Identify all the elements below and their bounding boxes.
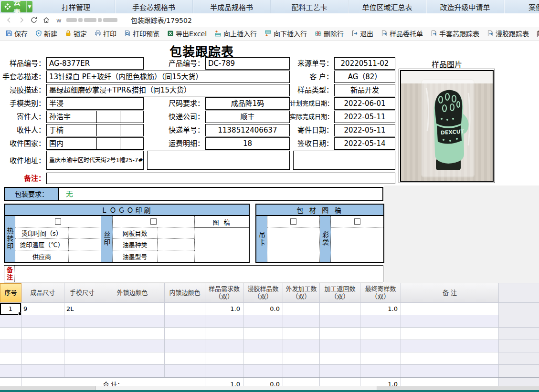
grid-cell-remark[interactable] bbox=[401, 340, 499, 352]
grid-cell-final[interactable] bbox=[360, 328, 401, 340]
toolbar-button-11[interactable]: 样品委托单 bbox=[377, 28, 427, 39]
grid-cell-returned[interactable] bbox=[320, 365, 360, 377]
toolbar-button-3[interactable]: 锁定 bbox=[61, 28, 91, 39]
heat-row3-value[interactable] bbox=[69, 250, 101, 262]
source-no-field[interactable]: 20220511-02 bbox=[334, 57, 395, 70]
grid-cell-demand[interactable] bbox=[205, 328, 243, 340]
toolbar-button-10[interactable]: 退出 bbox=[348, 28, 377, 39]
grid-cell-seq[interactable] bbox=[0, 315, 21, 327]
address-field[interactable]: 重庆市渝中区时代天街2号1幢25-7# bbox=[46, 151, 144, 170]
grid-cell-inner_color[interactable] bbox=[165, 340, 205, 352]
grid-cell-seq[interactable] bbox=[0, 352, 21, 364]
country-field[interactable]: 国内 bbox=[46, 137, 97, 150]
grid-cell-finished_size[interactable] bbox=[21, 365, 64, 377]
grid-cell-final[interactable] bbox=[360, 340, 401, 352]
grid-cell-mold_size[interactable]: 2L bbox=[64, 303, 100, 315]
refresh-icon[interactable] bbox=[28, 15, 40, 25]
document-tab[interactable]: 包装跟踪表/179502 bbox=[131, 15, 192, 25]
menu-tab-5[interactable]: 单位区域汇总表 bbox=[349, 0, 426, 13]
color-bag-draft-area[interactable] bbox=[331, 227, 383, 262]
sender-field-2[interactable] bbox=[96, 111, 120, 123]
grid-cell-outsourced[interactable] bbox=[283, 315, 320, 327]
grid-cell-seq[interactable] bbox=[0, 340, 21, 352]
toolbar-button-7[interactable]: 向上插入行 bbox=[211, 28, 261, 39]
sender-field-3[interactable] bbox=[120, 111, 144, 123]
back-icon[interactable] bbox=[3, 15, 15, 25]
grid-cell-mold_size[interactable] bbox=[64, 328, 100, 340]
scrollbar-thumb[interactable] bbox=[95, 386, 377, 390]
grid-cell-outsourced[interactable] bbox=[283, 328, 320, 340]
toolbar-button-13[interactable]: 浸胶跟踪表 bbox=[483, 28, 533, 39]
send-date-field[interactable]: 2022-05-11 bbox=[334, 124, 395, 136]
sample-no-field[interactable]: AG-8377ER bbox=[46, 57, 144, 70]
grid-cell-outsourced[interactable] bbox=[283, 352, 320, 364]
grid-cell-demand[interactable] bbox=[205, 315, 243, 327]
color-bag-checkbox[interactable] bbox=[354, 218, 360, 225]
menu-tab-1[interactable]: 打样管理 bbox=[37, 0, 115, 13]
grid-cell-remark[interactable] bbox=[401, 315, 499, 327]
forward-icon[interactable] bbox=[15, 15, 28, 25]
grid-cell-demand[interactable] bbox=[205, 365, 243, 377]
draft-area[interactable] bbox=[195, 228, 249, 262]
menu-tab-2[interactable]: 手套芯规格书 bbox=[115, 0, 193, 13]
toolbar-button-4[interactable]: 打印 bbox=[91, 28, 120, 39]
grid-cell-dipped[interactable] bbox=[243, 365, 283, 377]
grid-cell-inner_color[interactable] bbox=[165, 315, 205, 327]
toolbar-button-8[interactable]: 向下插入行 bbox=[261, 28, 311, 39]
grid-cell-remark[interactable] bbox=[401, 352, 499, 364]
heat-row2-value[interactable] bbox=[69, 239, 101, 250]
toolbar-button-9[interactable]: 删除行 bbox=[311, 28, 348, 39]
customer-field[interactable]: AG（82） bbox=[334, 71, 395, 83]
toolbar-button-2[interactable]: 新建 bbox=[32, 28, 61, 39]
grid-cell-demand[interactable] bbox=[205, 352, 243, 364]
menu-tab-3[interactable]: 半成品规格书 bbox=[193, 0, 271, 13]
grid-cell-final[interactable]: 1.0 bbox=[360, 303, 401, 315]
grid-cell-final[interactable] bbox=[360, 315, 401, 327]
grid-cell-outer_color[interactable] bbox=[100, 352, 165, 364]
grid-cell-returned[interactable] bbox=[320, 352, 360, 364]
receiver-field[interactable]: 于楠 bbox=[46, 124, 97, 136]
toolbar-button-5[interactable]: 打印预览 bbox=[120, 28, 163, 39]
grid-cell-finished_size[interactable] bbox=[21, 340, 64, 352]
grid-cell-demand[interactable] bbox=[205, 340, 243, 352]
dip-desc-field[interactable]: 墨绿超细磨砂掌浸+TPR&搭扣（同15大货） bbox=[46, 84, 290, 96]
product-no-field[interactable]: DC-789 bbox=[205, 57, 290, 70]
grid-cell-returned[interactable] bbox=[320, 303, 360, 315]
grid-cell-outsourced[interactable] bbox=[283, 340, 320, 352]
country-field-2[interactable] bbox=[96, 137, 120, 150]
freight-field[interactable]: 18 bbox=[205, 137, 290, 150]
grid-cell-remark[interactable] bbox=[401, 365, 499, 377]
notes-area[interactable] bbox=[15, 266, 383, 282]
size-req-field[interactable]: 成品降1码 bbox=[205, 97, 290, 110]
sender-field[interactable]: 孙浩宇 bbox=[46, 111, 97, 123]
app-logo-button[interactable]: 云表 ▼ bbox=[1, 1, 32, 12]
grid-cell-dipped[interactable]: 0.0 bbox=[243, 303, 283, 315]
receiver-field-2[interactable] bbox=[96, 124, 120, 136]
home-icon[interactable] bbox=[40, 15, 53, 25]
toolbar-button-14[interactable]: 邮寄信息 bbox=[533, 28, 539, 39]
grid-cell-returned[interactable] bbox=[320, 315, 360, 327]
menu-tab-7[interactable]: 案例分析 bbox=[504, 0, 539, 13]
grid-cell-mold_size[interactable] bbox=[64, 315, 100, 327]
address-field-2[interactable] bbox=[147, 151, 290, 170]
toolbar-button-12[interactable]: 手套芯跟踪表 bbox=[427, 28, 483, 39]
courier-field[interactable]: 顺丰 bbox=[205, 111, 290, 123]
silk-row3-value[interactable] bbox=[158, 250, 195, 262]
sign-date-field[interactable]: 2022-05-14 bbox=[334, 137, 395, 150]
grid-cell-outsourced[interactable] bbox=[283, 303, 320, 315]
grid-cell-finished_size[interactable] bbox=[21, 315, 64, 327]
grid-cell-finished_size[interactable] bbox=[21, 352, 64, 364]
grid-cell-inner_color[interactable] bbox=[165, 328, 205, 340]
grid-cell-returned[interactable] bbox=[320, 340, 360, 352]
grid-cell-outer_color[interactable] bbox=[100, 315, 165, 327]
grid-cell-outer_color[interactable] bbox=[100, 340, 165, 352]
grid-cell-final[interactable] bbox=[360, 365, 401, 377]
logo-dropdown-caret-icon[interactable]: ▼ bbox=[26, 1, 32, 12]
silk-print-checkbox[interactable] bbox=[150, 218, 157, 225]
form-remark-field[interactable] bbox=[46, 173, 395, 184]
receiver-field-3[interactable] bbox=[120, 124, 144, 136]
grid-cell-mold_size[interactable] bbox=[64, 340, 100, 352]
actual-date-field[interactable]: 2022-05-11 bbox=[334, 111, 395, 123]
grid-cell-outer_color[interactable] bbox=[100, 303, 165, 315]
grid-cell-outsourced[interactable] bbox=[283, 365, 320, 377]
